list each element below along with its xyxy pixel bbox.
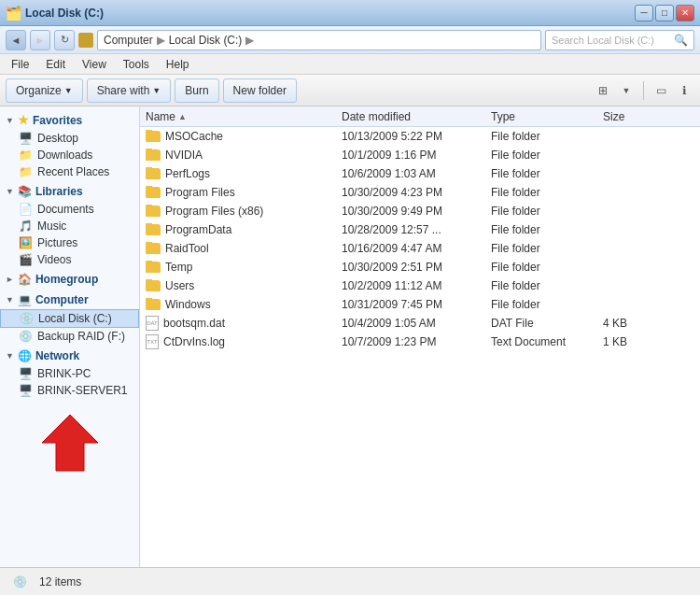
table-row[interactable]: Users 10/2/2009 11:12 AM File folder bbox=[140, 276, 700, 295]
burn-button[interactable]: Burn bbox=[175, 78, 218, 103]
file-date-cell: 10/13/2009 5:22 PM bbox=[342, 130, 491, 143]
file-type-cell: File folder bbox=[491, 279, 603, 292]
breadcrumb-localdisk[interactable]: Local Disk (C:) bbox=[169, 34, 243, 47]
sidebar-item-desktop[interactable]: 🖥️ Desktop bbox=[0, 130, 139, 147]
table-row[interactable]: MSOCache 10/13/2009 5:22 PM File folder bbox=[140, 127, 700, 146]
backup-raid-icon: 💿 bbox=[19, 330, 33, 343]
desktop-icon: 🖥️ bbox=[19, 132, 33, 145]
sidebar-item-brink-pc[interactable]: 🖥️ BRINK-PC bbox=[0, 365, 139, 382]
libraries-label: Libraries bbox=[35, 185, 83, 198]
network-header[interactable]: ▼ 🌐 Network bbox=[0, 347, 139, 365]
brink-pc-icon: 🖥️ bbox=[19, 367, 33, 380]
table-row[interactable]: NVIDIA 10/1/2009 1:16 PM File folder bbox=[140, 146, 700, 164]
sidebar-item-videos[interactable]: 🎬 Videos bbox=[0, 251, 139, 268]
menu-view[interactable]: View bbox=[75, 56, 114, 73]
table-row[interactable]: DAT bootsqm.dat 10/4/2009 1:05 AM DAT Fi… bbox=[140, 314, 700, 333]
search-placeholder: Search Local Disk (C:) bbox=[552, 35, 654, 46]
computer-label: Computer bbox=[35, 293, 89, 306]
file-date-cell: 10/16/2009 4:47 AM bbox=[342, 242, 491, 255]
file-type-cell: Text Document bbox=[491, 335, 603, 348]
dat-file-icon: DAT bbox=[146, 316, 159, 331]
column-name[interactable]: Name ▲ bbox=[146, 110, 342, 123]
breadcrumb[interactable]: Computer ▶ Local Disk (C:) ▶ bbox=[97, 30, 541, 50]
sidebar: ▼ ★ Favorites 🖥️ Desktop 📁 Downloads 📁 R… bbox=[0, 106, 140, 567]
file-name-cell: RaidTool bbox=[146, 242, 342, 255]
new-folder-button[interactable]: New folder bbox=[223, 78, 297, 103]
table-row[interactable]: PerfLogs 10/6/2009 1:03 AM File folder bbox=[140, 164, 700, 183]
column-type[interactable]: Type bbox=[491, 110, 603, 123]
table-row[interactable]: Program Files (x86) 10/30/2009 9:49 PM F… bbox=[140, 202, 700, 220]
network-triangle: ▼ bbox=[6, 351, 14, 361]
folder-icon bbox=[146, 262, 161, 273]
title-bar: 🗂️ Local Disk (C:) ─ □ ✕ bbox=[0, 0, 700, 26]
libraries-triangle: ▼ bbox=[6, 187, 14, 196]
file-name-label: Users bbox=[165, 279, 194, 292]
table-row[interactable]: Windows 10/31/2009 7:45 PM File folder bbox=[140, 295, 700, 314]
sidebar-item-pictures[interactable]: 🖼️ Pictures bbox=[0, 234, 139, 251]
column-date-modified[interactable]: Date modified bbox=[342, 110, 491, 123]
forward-button[interactable]: ► bbox=[30, 30, 50, 50]
svg-marker-0 bbox=[42, 415, 98, 471]
file-name-cell: PerfLogs bbox=[146, 167, 342, 180]
view-dropdown-button[interactable]: ▼ bbox=[616, 80, 637, 101]
close-button[interactable]: ✕ bbox=[676, 5, 694, 21]
organize-button[interactable]: Organize ▼ bbox=[6, 78, 83, 103]
favorites-header[interactable]: ▼ ★ Favorites bbox=[0, 110, 139, 130]
address-bar: ◄ ► ↻ Computer ▶ Local Disk (C:) ▶ Searc… bbox=[0, 26, 700, 54]
title-bar-controls: ─ □ ✕ bbox=[635, 5, 694, 21]
view-toggle-button[interactable]: ⊞ bbox=[593, 80, 613, 101]
computer-triangle: ▼ bbox=[6, 295, 14, 305]
sidebar-item-documents[interactable]: 📄 Documents bbox=[0, 201, 139, 218]
menu-edit[interactable]: Edit bbox=[38, 56, 73, 73]
file-type-cell: File folder bbox=[491, 167, 603, 180]
file-name-label: PerfLogs bbox=[165, 167, 210, 180]
share-with-button[interactable]: Share with ▼ bbox=[87, 78, 172, 103]
folder-icon bbox=[146, 149, 161, 161]
toolbar-right: ⊞ ▼ ▭ ℹ bbox=[593, 80, 694, 101]
minimize-button[interactable]: ─ bbox=[635, 5, 653, 21]
sidebar-item-brink-server1[interactable]: 🖥️ BRINK-SERVER1 bbox=[0, 382, 139, 399]
file-name-label: bootsqm.dat bbox=[163, 317, 225, 330]
file-type-cell: File folder bbox=[491, 223, 603, 236]
txt-file-icon: TXT bbox=[146, 334, 159, 349]
windows-orb bbox=[78, 33, 93, 48]
sidebar-item-downloads[interactable]: 📁 Downloads bbox=[0, 147, 139, 163]
details-pane-button[interactable]: ℹ bbox=[674, 80, 694, 101]
homegroup-header[interactable]: ► 🏠 Homegroup bbox=[0, 270, 139, 289]
table-row[interactable]: Temp 10/30/2009 2:51 PM File folder bbox=[140, 258, 700, 276]
menu-file[interactable]: File bbox=[4, 56, 36, 73]
maximize-button[interactable]: □ bbox=[655, 5, 674, 21]
file-size-cell: 4 KB bbox=[603, 317, 678, 330]
homegroup-triangle: ► bbox=[6, 275, 14, 284]
item-count: 12 items bbox=[39, 575, 81, 588]
menu-help[interactable]: Help bbox=[159, 56, 197, 73]
burn-label: Burn bbox=[185, 84, 208, 97]
table-row[interactable]: RaidTool 10/16/2009 4:47 AM File folder bbox=[140, 239, 700, 258]
file-date-cell: 10/30/2009 2:51 PM bbox=[342, 261, 491, 274]
refresh-button[interactable]: ↻ bbox=[54, 30, 75, 50]
sidebar-item-backup-raid[interactable]: 💿 Backup RAID (F:) bbox=[0, 328, 139, 345]
music-icon: 🎵 bbox=[19, 220, 33, 233]
sidebar-item-local-disk-c[interactable]: 💿 Local Disk (C:) bbox=[0, 309, 139, 328]
sidebar-item-recent-places[interactable]: 📁 Recent Places bbox=[0, 163, 139, 180]
column-size[interactable]: Size bbox=[603, 110, 678, 123]
folder-icon bbox=[146, 224, 161, 235]
search-icon[interactable]: 🔍 bbox=[674, 34, 688, 47]
back-button[interactable]: ◄ bbox=[6, 30, 26, 50]
table-row[interactable]: ProgramData 10/28/2009 12:57 ... File fo… bbox=[140, 220, 700, 239]
sort-arrow-icon: ▲ bbox=[178, 112, 187, 121]
file-type-cell: File folder bbox=[491, 261, 603, 274]
menu-tools[interactable]: Tools bbox=[116, 56, 157, 73]
search-box[interactable]: Search Local Disk (C:) 🔍 bbox=[545, 30, 694, 50]
file-type-cell: File folder bbox=[491, 242, 603, 255]
window-icon: 🗂️ bbox=[6, 6, 21, 21]
libraries-header[interactable]: ▼ 📚 Libraries bbox=[0, 182, 139, 201]
computer-header[interactable]: ▼ 💻 Computer bbox=[0, 290, 139, 309]
preview-pane-button[interactable]: ▭ bbox=[651, 80, 671, 101]
file-name-label: MSOCache bbox=[165, 130, 223, 143]
favorites-triangle: ▼ bbox=[6, 116, 14, 125]
table-row[interactable]: Program Files 10/30/2009 4:23 PM File fo… bbox=[140, 183, 700, 202]
table-row[interactable]: TXT CtDrvIns.log 10/7/2009 1:23 PM Text … bbox=[140, 333, 700, 351]
sidebar-item-music[interactable]: 🎵 Music bbox=[0, 218, 139, 234]
breadcrumb-computer[interactable]: Computer bbox=[104, 34, 153, 47]
